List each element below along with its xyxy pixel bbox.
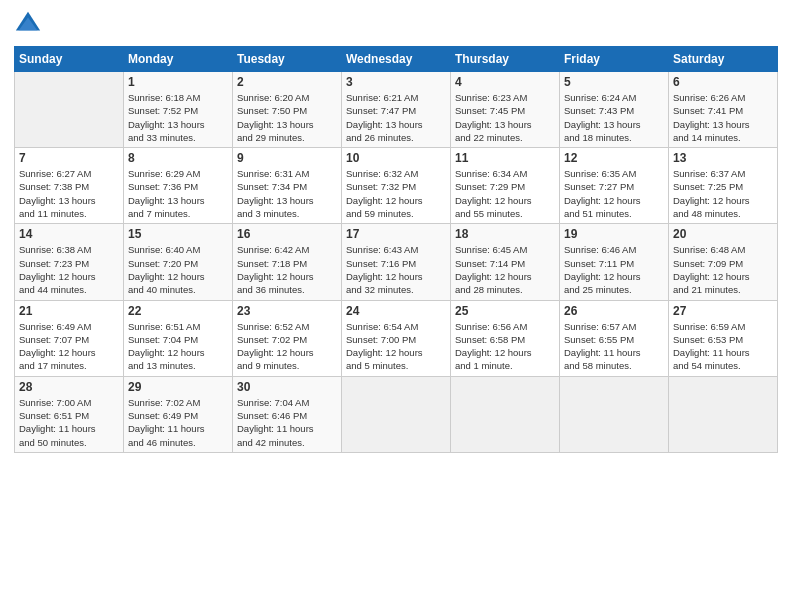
day-number: 25 xyxy=(455,304,555,318)
weekday-header-friday: Friday xyxy=(560,47,669,72)
day-info: Sunrise: 6:40 AM Sunset: 7:20 PM Dayligh… xyxy=(128,243,228,296)
logo xyxy=(14,10,46,38)
day-number: 24 xyxy=(346,304,446,318)
day-number: 12 xyxy=(564,151,664,165)
calendar-cell: 11Sunrise: 6:34 AM Sunset: 7:29 PM Dayli… xyxy=(451,148,560,224)
page-header xyxy=(14,10,778,38)
day-number: 13 xyxy=(673,151,773,165)
day-info: Sunrise: 7:00 AM Sunset: 6:51 PM Dayligh… xyxy=(19,396,119,449)
calendar-cell: 20Sunrise: 6:48 AM Sunset: 7:09 PM Dayli… xyxy=(669,224,778,300)
day-info: Sunrise: 6:34 AM Sunset: 7:29 PM Dayligh… xyxy=(455,167,555,220)
day-info: Sunrise: 6:26 AM Sunset: 7:41 PM Dayligh… xyxy=(673,91,773,144)
calendar-cell xyxy=(669,376,778,452)
calendar: SundayMondayTuesdayWednesdayThursdayFrid… xyxy=(14,46,778,453)
day-number: 11 xyxy=(455,151,555,165)
calendar-week-row: 1Sunrise: 6:18 AM Sunset: 7:52 PM Daylig… xyxy=(15,72,778,148)
day-info: Sunrise: 6:23 AM Sunset: 7:45 PM Dayligh… xyxy=(455,91,555,144)
weekday-header-sunday: Sunday xyxy=(15,47,124,72)
calendar-cell: 13Sunrise: 6:37 AM Sunset: 7:25 PM Dayli… xyxy=(669,148,778,224)
calendar-cell: 12Sunrise: 6:35 AM Sunset: 7:27 PM Dayli… xyxy=(560,148,669,224)
calendar-cell: 1Sunrise: 6:18 AM Sunset: 7:52 PM Daylig… xyxy=(124,72,233,148)
day-info: Sunrise: 6:43 AM Sunset: 7:16 PM Dayligh… xyxy=(346,243,446,296)
day-number: 23 xyxy=(237,304,337,318)
calendar-cell: 8Sunrise: 6:29 AM Sunset: 7:36 PM Daylig… xyxy=(124,148,233,224)
calendar-cell: 25Sunrise: 6:56 AM Sunset: 6:58 PM Dayli… xyxy=(451,300,560,376)
calendar-cell: 26Sunrise: 6:57 AM Sunset: 6:55 PM Dayli… xyxy=(560,300,669,376)
calendar-cell: 6Sunrise: 6:26 AM Sunset: 7:41 PM Daylig… xyxy=(669,72,778,148)
day-info: Sunrise: 7:02 AM Sunset: 6:49 PM Dayligh… xyxy=(128,396,228,449)
calendar-cell: 9Sunrise: 6:31 AM Sunset: 7:34 PM Daylig… xyxy=(233,148,342,224)
day-number: 17 xyxy=(346,227,446,241)
calendar-cell: 14Sunrise: 6:38 AM Sunset: 7:23 PM Dayli… xyxy=(15,224,124,300)
day-info: Sunrise: 6:27 AM Sunset: 7:38 PM Dayligh… xyxy=(19,167,119,220)
day-info: Sunrise: 6:24 AM Sunset: 7:43 PM Dayligh… xyxy=(564,91,664,144)
calendar-cell: 17Sunrise: 6:43 AM Sunset: 7:16 PM Dayli… xyxy=(342,224,451,300)
day-number: 21 xyxy=(19,304,119,318)
day-info: Sunrise: 6:46 AM Sunset: 7:11 PM Dayligh… xyxy=(564,243,664,296)
day-number: 9 xyxy=(237,151,337,165)
day-number: 30 xyxy=(237,380,337,394)
day-number: 27 xyxy=(673,304,773,318)
calendar-cell: 5Sunrise: 6:24 AM Sunset: 7:43 PM Daylig… xyxy=(560,72,669,148)
day-info: Sunrise: 6:57 AM Sunset: 6:55 PM Dayligh… xyxy=(564,320,664,373)
weekday-header-row: SundayMondayTuesdayWednesdayThursdayFrid… xyxy=(15,47,778,72)
day-info: Sunrise: 6:32 AM Sunset: 7:32 PM Dayligh… xyxy=(346,167,446,220)
day-info: Sunrise: 6:18 AM Sunset: 7:52 PM Dayligh… xyxy=(128,91,228,144)
weekday-header-tuesday: Tuesday xyxy=(233,47,342,72)
calendar-cell: 30Sunrise: 7:04 AM Sunset: 6:46 PM Dayli… xyxy=(233,376,342,452)
calendar-cell: 10Sunrise: 6:32 AM Sunset: 7:32 PM Dayli… xyxy=(342,148,451,224)
day-info: Sunrise: 6:42 AM Sunset: 7:18 PM Dayligh… xyxy=(237,243,337,296)
calendar-cell: 15Sunrise: 6:40 AM Sunset: 7:20 PM Dayli… xyxy=(124,224,233,300)
calendar-cell: 16Sunrise: 6:42 AM Sunset: 7:18 PM Dayli… xyxy=(233,224,342,300)
calendar-cell xyxy=(451,376,560,452)
day-info: Sunrise: 6:52 AM Sunset: 7:02 PM Dayligh… xyxy=(237,320,337,373)
calendar-cell xyxy=(342,376,451,452)
calendar-cell: 29Sunrise: 7:02 AM Sunset: 6:49 PM Dayli… xyxy=(124,376,233,452)
day-info: Sunrise: 6:45 AM Sunset: 7:14 PM Dayligh… xyxy=(455,243,555,296)
day-number: 14 xyxy=(19,227,119,241)
day-info: Sunrise: 6:49 AM Sunset: 7:07 PM Dayligh… xyxy=(19,320,119,373)
calendar-cell: 4Sunrise: 6:23 AM Sunset: 7:45 PM Daylig… xyxy=(451,72,560,148)
day-info: Sunrise: 6:21 AM Sunset: 7:47 PM Dayligh… xyxy=(346,91,446,144)
logo-icon xyxy=(14,10,42,38)
day-number: 28 xyxy=(19,380,119,394)
day-info: Sunrise: 6:51 AM Sunset: 7:04 PM Dayligh… xyxy=(128,320,228,373)
day-info: Sunrise: 6:48 AM Sunset: 7:09 PM Dayligh… xyxy=(673,243,773,296)
day-number: 1 xyxy=(128,75,228,89)
weekday-header-thursday: Thursday xyxy=(451,47,560,72)
day-number: 22 xyxy=(128,304,228,318)
calendar-cell: 21Sunrise: 6:49 AM Sunset: 7:07 PM Dayli… xyxy=(15,300,124,376)
day-number: 3 xyxy=(346,75,446,89)
calendar-week-row: 21Sunrise: 6:49 AM Sunset: 7:07 PM Dayli… xyxy=(15,300,778,376)
calendar-cell: 18Sunrise: 6:45 AM Sunset: 7:14 PM Dayli… xyxy=(451,224,560,300)
calendar-cell xyxy=(560,376,669,452)
day-number: 29 xyxy=(128,380,228,394)
day-info: Sunrise: 6:56 AM Sunset: 6:58 PM Dayligh… xyxy=(455,320,555,373)
calendar-cell: 19Sunrise: 6:46 AM Sunset: 7:11 PM Dayli… xyxy=(560,224,669,300)
calendar-cell: 23Sunrise: 6:52 AM Sunset: 7:02 PM Dayli… xyxy=(233,300,342,376)
calendar-cell: 7Sunrise: 6:27 AM Sunset: 7:38 PM Daylig… xyxy=(15,148,124,224)
day-number: 16 xyxy=(237,227,337,241)
day-number: 5 xyxy=(564,75,664,89)
day-number: 18 xyxy=(455,227,555,241)
day-info: Sunrise: 6:29 AM Sunset: 7:36 PM Dayligh… xyxy=(128,167,228,220)
day-info: Sunrise: 7:04 AM Sunset: 6:46 PM Dayligh… xyxy=(237,396,337,449)
day-info: Sunrise: 6:35 AM Sunset: 7:27 PM Dayligh… xyxy=(564,167,664,220)
day-info: Sunrise: 6:20 AM Sunset: 7:50 PM Dayligh… xyxy=(237,91,337,144)
calendar-cell xyxy=(15,72,124,148)
day-number: 20 xyxy=(673,227,773,241)
weekday-header-wednesday: Wednesday xyxy=(342,47,451,72)
day-number: 2 xyxy=(237,75,337,89)
day-number: 10 xyxy=(346,151,446,165)
day-info: Sunrise: 6:37 AM Sunset: 7:25 PM Dayligh… xyxy=(673,167,773,220)
weekday-header-monday: Monday xyxy=(124,47,233,72)
day-number: 7 xyxy=(19,151,119,165)
day-number: 19 xyxy=(564,227,664,241)
day-number: 26 xyxy=(564,304,664,318)
calendar-cell: 27Sunrise: 6:59 AM Sunset: 6:53 PM Dayli… xyxy=(669,300,778,376)
calendar-week-row: 14Sunrise: 6:38 AM Sunset: 7:23 PM Dayli… xyxy=(15,224,778,300)
day-number: 6 xyxy=(673,75,773,89)
calendar-cell: 28Sunrise: 7:00 AM Sunset: 6:51 PM Dayli… xyxy=(15,376,124,452)
calendar-cell: 2Sunrise: 6:20 AM Sunset: 7:50 PM Daylig… xyxy=(233,72,342,148)
day-info: Sunrise: 6:54 AM Sunset: 7:00 PM Dayligh… xyxy=(346,320,446,373)
